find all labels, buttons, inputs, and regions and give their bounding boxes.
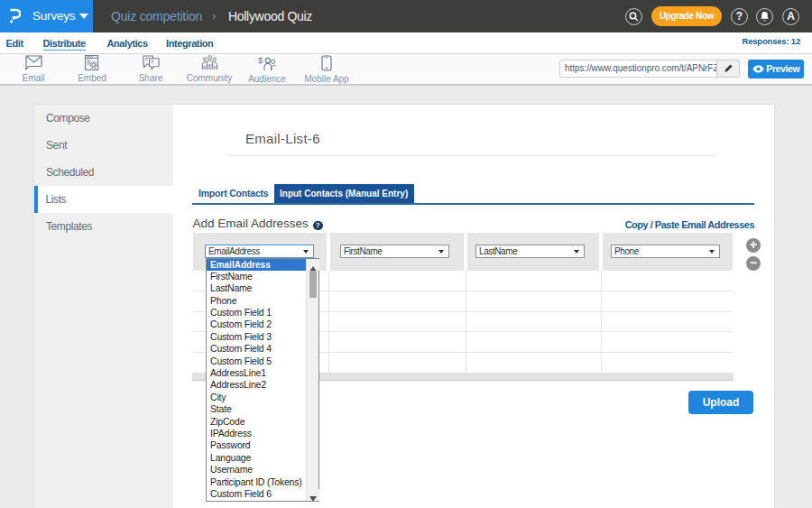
svg-text:$: $	[258, 55, 263, 65]
